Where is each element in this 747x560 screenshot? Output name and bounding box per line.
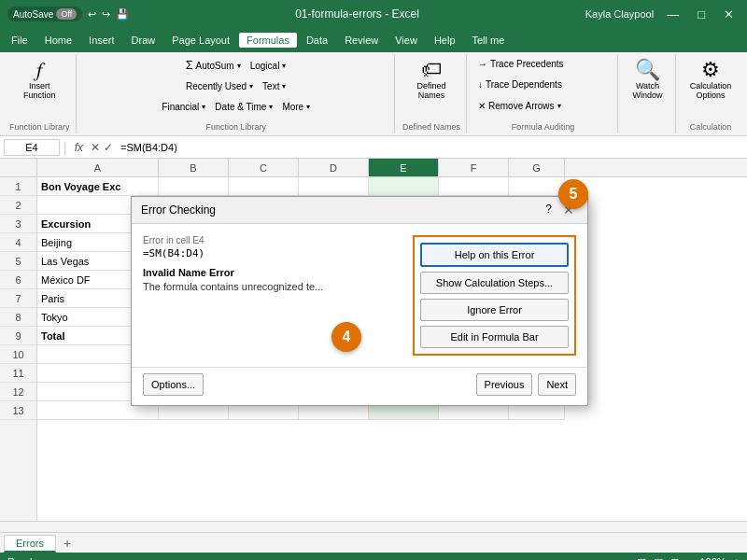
col-header-D[interactable]: D	[299, 159, 369, 176]
row-num-13[interactable]: 13	[0, 401, 36, 420]
row-num-9[interactable]: 9	[0, 327, 36, 345]
ignore-error-button[interactable]: Ignore Error	[420, 299, 569, 321]
text-button[interactable]: Text ▾	[259, 80, 289, 92]
recently-used-arrow[interactable]: ▾	[249, 82, 253, 91]
help-on-error-button[interactable]: Help on this Error	[420, 243, 569, 267]
horizontal-scrollbar[interactable]	[0, 521, 747, 532]
remove-arrows-arrow[interactable]: ▾	[557, 102, 561, 110]
trace-precedents-icon: →	[478, 59, 487, 69]
next-button[interactable]: Next	[538, 373, 576, 396]
calculation-options-button[interactable]: ⚙ Calculation Options	[686, 58, 736, 102]
menu-item-insert[interactable]: Insert	[81, 33, 122, 48]
cell-D1[interactable]	[299, 177, 369, 196]
menu-item-file[interactable]: File	[4, 33, 35, 48]
ribbon-row-mid: Recently Used ▾ Text ▾	[182, 80, 289, 92]
close-button[interactable]: ✕	[718, 6, 740, 23]
edit-formula-bar-button[interactable]: Edit in Formula Bar	[420, 326, 569, 348]
zoom-out-button[interactable]: −	[686, 556, 692, 560]
sheet-tab-errors[interactable]: Errors	[4, 535, 56, 553]
save-icon[interactable]: 💾	[116, 8, 129, 21]
view-normal-icon[interactable]: ▦	[637, 556, 646, 561]
row-num-11[interactable]: 11	[0, 364, 36, 383]
row-num-1[interactable]: 1	[0, 177, 36, 196]
logical-button[interactable]: Logical ▾	[247, 58, 290, 73]
menu-item-view[interactable]: View	[388, 33, 425, 48]
previous-button[interactable]: Previous	[476, 373, 533, 396]
col-header-G[interactable]: G	[509, 159, 565, 176]
view-page-icon[interactable]: ▣	[654, 556, 663, 561]
financial-button[interactable]: Financial ▾	[158, 101, 209, 113]
row-num-7[interactable]: 7	[0, 289, 36, 308]
col-header-C[interactable]: C	[229, 159, 299, 176]
dialog-close-button[interactable]: ✕	[559, 203, 578, 217]
datetime-button[interactable]: Date & Time ▾	[211, 101, 276, 113]
maximize-button[interactable]: □	[692, 6, 711, 23]
logical-arrow[interactable]: ▾	[282, 62, 286, 70]
insert-function-button[interactable]: 𝑓 Insert Function	[20, 58, 60, 102]
row-num-2[interactable]: 2	[0, 196, 36, 215]
remove-arrows-button[interactable]: ✕ Remove Arrows ▾	[474, 100, 565, 112]
menu-item-home[interactable]: Home	[37, 33, 79, 48]
formula-input[interactable]	[117, 142, 743, 153]
col-header-F[interactable]: F	[439, 159, 509, 176]
autosum-icon: Σ	[186, 59, 192, 72]
autosave-state[interactable]: Off	[56, 8, 77, 20]
zoom-in-button[interactable]: +	[734, 556, 740, 560]
sheet-tabs-bar: Errors+	[0, 532, 747, 553]
cell-G1[interactable]	[509, 177, 565, 196]
row-num-3[interactable]: 3	[0, 215, 36, 233]
menu-item-tell me[interactable]: Tell me	[465, 33, 513, 48]
cell-A1[interactable]: Bon Voyage Exc	[37, 177, 159, 196]
text-arrow[interactable]: ▾	[282, 82, 286, 91]
trace-precedents-button[interactable]: → Trace Precedents	[474, 58, 568, 70]
cancel-formula-icon[interactable]: ✕	[91, 141, 100, 154]
menu-item-formulas[interactable]: Formulas	[239, 33, 297, 48]
row-num-6[interactable]: 6	[0, 271, 36, 289]
col-header-B[interactable]: B	[159, 159, 229, 176]
minimize-button[interactable]: —	[661, 6, 684, 23]
autosum-button[interactable]: Σ AutoSum ▾	[182, 58, 245, 73]
col-header-E[interactable]: E	[369, 159, 439, 176]
error-location-label: Error in cell E4	[143, 235, 402, 245]
autosum-arrow[interactable]: ▾	[237, 62, 241, 70]
menu-item-help[interactable]: Help	[427, 33, 463, 48]
cell-E1[interactable]	[369, 177, 439, 196]
menu-item-draw[interactable]: Draw	[124, 33, 163, 48]
cell-F1[interactable]	[439, 177, 509, 196]
cell-C1[interactable]	[229, 177, 299, 196]
row-num-10[interactable]: 10	[0, 345, 36, 364]
show-calc-steps-button[interactable]: Show Calculation Steps...	[420, 272, 569, 294]
col-header-A[interactable]: A	[37, 159, 159, 176]
more-button[interactable]: More ▾	[278, 101, 314, 113]
dialog-left: Error in cell E4 =SM(B4:D4) Invalid Name…	[143, 235, 402, 356]
row-num-4[interactable]: 4	[0, 233, 36, 252]
more-arrow[interactable]: ▾	[306, 103, 310, 111]
view-break-icon[interactable]: ⊞	[670, 556, 679, 561]
menu-item-data[interactable]: Data	[299, 33, 335, 48]
options-button[interactable]: Options...	[143, 373, 204, 396]
menu-item-review[interactable]: Review	[337, 33, 386, 48]
row-num-8[interactable]: 8	[0, 308, 36, 327]
dialog-help-icon[interactable]: ?	[545, 203, 552, 217]
error-checking-dialog[interactable]: Error Checking ? ✕ Error in cell E4 =SM(…	[131, 196, 588, 406]
add-sheet-button[interactable]: +	[58, 534, 77, 553]
recently-used-button[interactable]: Recently Used ▾	[182, 80, 257, 92]
cell-ref-box[interactable]	[4, 139, 60, 156]
financial-arrow[interactable]: ▾	[202, 103, 205, 111]
confirm-formula-icon[interactable]: ✓	[104, 141, 113, 154]
undo-icon[interactable]: ↩	[88, 8, 96, 21]
watch-window-button[interactable]: 🔍 Watch Window	[628, 58, 666, 102]
datetime-arrow[interactable]: ▾	[269, 103, 273, 111]
trace-dependents-button[interactable]: ↓ Trace Dependents	[474, 78, 566, 91]
formula-bar: | fx ✕ ✓	[0, 136, 747, 159]
row-num-5[interactable]: 5	[0, 252, 36, 271]
menu-item-page layout[interactable]: Page Layout	[164, 33, 237, 48]
autosave-toggle[interactable]: AutoSave Off	[7, 7, 82, 21]
dialog-nav-buttons: Previous Next	[476, 373, 576, 396]
dialog-body: Error in cell E4 =SM(B4:D4) Invalid Name…	[132, 224, 587, 367]
watch-icon: 🔍	[635, 60, 660, 80]
row-num-12[interactable]: 12	[0, 383, 36, 401]
redo-icon[interactable]: ↪	[102, 8, 110, 21]
cell-B1[interactable]	[159, 177, 229, 196]
defined-names-button[interactable]: 🏷 Defined Names	[413, 58, 450, 102]
